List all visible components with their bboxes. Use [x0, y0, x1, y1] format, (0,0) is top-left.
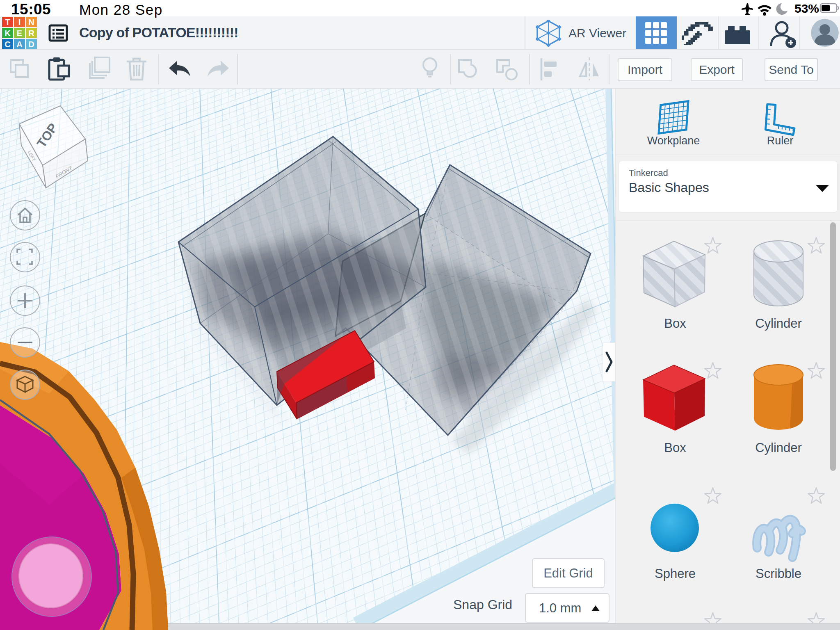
- svg-text:53%: 53%: [794, 2, 819, 15]
- svg-text:T: T: [5, 18, 10, 27]
- svg-text:D: D: [28, 40, 34, 49]
- svg-text:I: I: [18, 18, 21, 27]
- svg-text:N: N: [28, 18, 34, 27]
- svg-text:E: E: [17, 29, 22, 38]
- svg-text:K: K: [5, 29, 11, 38]
- svg-text:A: A: [16, 40, 22, 49]
- svg-text:C: C: [5, 40, 10, 49]
- svg-text:R: R: [28, 29, 34, 38]
